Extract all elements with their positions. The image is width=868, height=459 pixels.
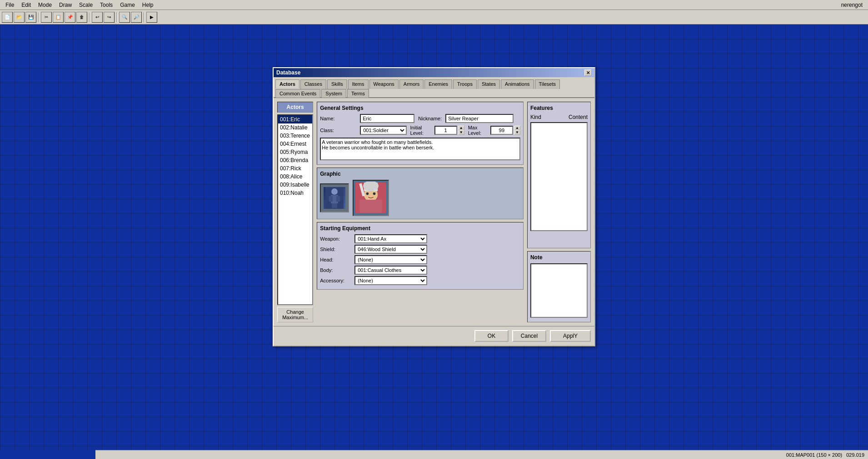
- actor-item-005[interactable]: 005:Ryoma: [278, 148, 312, 156]
- apply-button[interactable]: ApplY: [550, 330, 591, 342]
- toolbar-open[interactable]: 📂: [14, 12, 25, 23]
- menu-file[interactable]: File: [2, 1, 18, 9]
- tab-actors[interactable]: Actors: [275, 79, 299, 89]
- max-level-group: ▲ ▼: [490, 126, 520, 135]
- tab-tilesets[interactable]: Tilesets: [535, 79, 560, 89]
- toolbar-zoom-out[interactable]: 🔎: [131, 12, 142, 23]
- actor-item-008[interactable]: 008:Alice: [278, 173, 312, 181]
- toolbar-cut[interactable]: ✂: [41, 12, 52, 23]
- description-area[interactable]: A veteran warrior who fought on many bat…: [320, 138, 520, 160]
- note-area[interactable]: [530, 263, 588, 318]
- toolbar-sep2: [89, 12, 90, 22]
- graphic-section: Graphic: [317, 168, 524, 219]
- actor-item-009[interactable]: 009:Isabelle: [278, 181, 312, 189]
- toolbar-copy[interactable]: 📋: [53, 12, 64, 23]
- tab-states[interactable]: States: [478, 79, 500, 89]
- initial-level-label: Initial Level:: [410, 125, 431, 136]
- max-level-up[interactable]: ▲: [514, 126, 520, 130]
- toolbar-undo[interactable]: ↩: [92, 12, 103, 23]
- ok-button[interactable]: OK: [474, 330, 509, 342]
- actors-list[interactable]: 001:Eric 002:Natalie 003:Terence 004:Ern…: [277, 114, 313, 305]
- toolbar-new[interactable]: 📄: [2, 12, 13, 23]
- menu-help[interactable]: Help: [139, 1, 157, 9]
- sprite-small-preview: [324, 187, 345, 209]
- actor-item-002[interactable]: 002:Natalie: [278, 123, 312, 132]
- tab-weapons[interactable]: Weapons: [369, 79, 399, 89]
- toolbar-sep3: [116, 12, 117, 22]
- body-label: Body:: [320, 267, 352, 273]
- body-select[interactable]: 001:Casual Clothes (None): [354, 266, 427, 275]
- toolbar-redo[interactable]: ↪: [104, 12, 115, 23]
- accessory-row: Accessory: (None): [320, 276, 520, 285]
- initial-level-input[interactable]: [434, 126, 457, 135]
- equipment-section: Starting Equipment Weapon: 001:Hand Ax (…: [317, 222, 524, 290]
- tab-classes[interactable]: Classes: [300, 79, 326, 89]
- app-title: nerengot: [838, 1, 866, 9]
- tab-items[interactable]: Items: [348, 79, 369, 89]
- svg-point-13: [366, 192, 369, 195]
- tab-armors[interactable]: Armors: [399, 79, 424, 89]
- change-maximum-button[interactable]: Change Maximum...: [277, 307, 313, 322]
- dialog-buttons: OK Cancel ApplY: [274, 326, 594, 345]
- tab-enemies[interactable]: Enemies: [424, 79, 452, 89]
- edit-panel: General Settings Name: Nickname: Class:: [317, 102, 524, 322]
- toolbar-zoom-in[interactable]: 🔍: [119, 12, 130, 23]
- weapon-select[interactable]: 001:Hand Ax (None): [354, 234, 427, 243]
- database-dialog: Database ✕ Actors Classes Skills Items W…: [273, 67, 595, 346]
- menu-tools[interactable]: Tools: [96, 1, 116, 9]
- max-level-spinner[interactable]: ▲ ▼: [514, 126, 520, 135]
- accessory-select[interactable]: (None): [354, 276, 427, 285]
- shield-select[interactable]: 046:Wood Shield (None): [354, 245, 427, 254]
- initial-level-spinner[interactable]: ▲ ▼: [458, 126, 464, 135]
- toolbar-play[interactable]: ▶: [146, 12, 157, 23]
- status-bar: 001:MAP001 (150 × 200) 029.019: [95, 450, 868, 459]
- tab-common-events[interactable]: Common Events: [275, 89, 320, 98]
- svg-rect-3: [329, 196, 333, 202]
- face-large-preview: [355, 183, 386, 213]
- body-row: Body: 001:Casual Clothes (None): [320, 266, 520, 275]
- toolbar-delete[interactable]: 🗑: [76, 12, 87, 23]
- actor-item-007[interactable]: 007:Rick: [278, 164, 312, 173]
- face-thumb[interactable]: [353, 180, 389, 216]
- features-list[interactable]: [530, 122, 588, 231]
- cancel-button[interactable]: Cancel: [512, 330, 546, 342]
- nickname-input[interactable]: [445, 114, 514, 123]
- general-settings-title: General Settings: [320, 105, 520, 111]
- svg-rect-11: [360, 200, 382, 212]
- initial-level-down[interactable]: ▼: [458, 130, 464, 135]
- actor-item-004[interactable]: 004:Ernest: [278, 140, 312, 148]
- tab-system[interactable]: System: [321, 89, 346, 98]
- toolbar-paste[interactable]: 📌: [65, 12, 75, 23]
- actor-item-006[interactable]: 006:Brenda: [278, 156, 312, 164]
- max-level-input[interactable]: [490, 126, 513, 135]
- accessory-label: Accessory:: [320, 278, 352, 283]
- note-title: Note: [530, 254, 588, 261]
- sprite-thumb[interactable]: [320, 183, 349, 212]
- max-level-down[interactable]: ▼: [514, 130, 520, 135]
- max-level-label: Max Level:: [468, 125, 487, 136]
- actors-panel-title: Actors: [277, 102, 313, 113]
- menu-edit[interactable]: Edit: [18, 1, 35, 9]
- tab-troops[interactable]: Troops: [453, 79, 477, 89]
- actor-item-010[interactable]: 010:Noah: [278, 189, 312, 197]
- svg-rect-5: [332, 203, 334, 208]
- tab-skills[interactable]: Skills: [327, 79, 347, 89]
- actor-item-003[interactable]: 003:Terence: [278, 132, 312, 140]
- dialog-close-button[interactable]: ✕: [584, 69, 592, 76]
- name-input[interactable]: [360, 114, 414, 123]
- tab-animations[interactable]: Animations: [501, 79, 534, 89]
- menu-game[interactable]: Game: [116, 1, 139, 9]
- menu-scale[interactable]: Scale: [75, 1, 96, 9]
- menu-mode[interactable]: Mode: [35, 1, 55, 9]
- graphic-images: [320, 180, 520, 216]
- shield-row: Shield: 046:Wood Shield (None): [320, 245, 520, 254]
- head-select[interactable]: (None): [354, 255, 427, 264]
- toolbar-save[interactable]: 💾: [25, 12, 36, 23]
- toolbar: 📄 📂 💾 ✂ 📋 📌 🗑 ↩ ↪ 🔍 🔎 ▶: [0, 10, 868, 25]
- tab-terms[interactable]: Terms: [347, 89, 369, 98]
- class-select[interactable]: 001:Soldier 002:Mage 003:Cleric: [360, 126, 406, 135]
- initial-level-up[interactable]: ▲: [458, 126, 464, 130]
- shield-label: Shield:: [320, 247, 352, 252]
- actor-item-001[interactable]: 001:Eric: [278, 115, 312, 123]
- menu-draw[interactable]: Draw: [55, 1, 75, 9]
